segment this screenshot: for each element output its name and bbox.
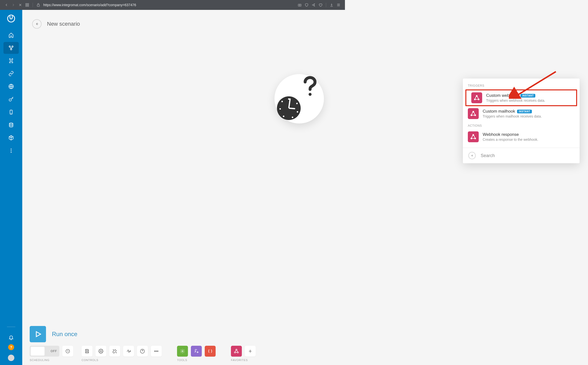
svg-rect-0 xyxy=(26,3,27,5)
header: New scenario xyxy=(22,10,345,38)
divider xyxy=(33,3,33,7)
nav-back-icon[interactable] xyxy=(3,1,10,8)
nav-more[interactable] xyxy=(3,145,19,157)
schedule-clock-icon xyxy=(277,96,301,120)
nav-data-stores[interactable] xyxy=(3,119,19,131)
apps-icon[interactable] xyxy=(24,1,31,8)
nav-forward-icon[interactable] xyxy=(10,1,17,8)
svg-point-15 xyxy=(11,149,12,150)
nav-webhooks[interactable] xyxy=(3,81,19,92)
nav-home[interactable] xyxy=(3,29,19,41)
lock-icon xyxy=(35,1,42,8)
svg-rect-1 xyxy=(27,3,29,5)
divider xyxy=(326,3,326,7)
stop-icon[interactable] xyxy=(17,1,24,8)
camera-icon[interactable] xyxy=(296,1,303,8)
url-text[interactable]: https://www.integromat.com/scenario/add?… xyxy=(43,3,296,7)
app-logo[interactable] xyxy=(6,14,16,23)
svg-point-16 xyxy=(11,150,12,151)
svg-point-17 xyxy=(11,152,12,153)
svg-rect-5 xyxy=(298,4,301,6)
page-title[interactable]: New scenario xyxy=(47,21,80,27)
svg-point-18 xyxy=(309,93,312,96)
nav-connections[interactable] xyxy=(3,68,19,80)
addressbar: https://www.integromat.com/scenario/add?… xyxy=(0,0,345,10)
scenario-canvas[interactable]: TRIGGERS Custom webhookINSTANT Triggers … xyxy=(22,40,345,214)
back-button[interactable] xyxy=(32,19,42,29)
download-icon[interactable] xyxy=(328,1,335,8)
svg-point-6 xyxy=(299,5,300,6)
nav-data-structures[interactable] xyxy=(3,132,19,144)
main: New scenario TRI xyxy=(22,10,345,214)
shield-icon[interactable] xyxy=(303,1,310,8)
svg-rect-2 xyxy=(26,5,27,6)
settings-panel-icon[interactable] xyxy=(335,1,342,8)
svg-point-14 xyxy=(9,123,13,124)
nav-keys[interactable] xyxy=(3,93,19,105)
empty-module-node[interactable] xyxy=(274,74,324,123)
nav-devices[interactable] xyxy=(3,106,19,118)
nav-templates[interactable] xyxy=(3,55,19,67)
svg-rect-3 xyxy=(27,5,29,6)
send-icon[interactable] xyxy=(310,1,317,8)
question-mark-icon xyxy=(302,76,318,97)
heart-icon[interactable] xyxy=(317,1,324,8)
nav-scenarios[interactable] xyxy=(3,42,19,54)
sidebar: ? xyxy=(0,10,22,214)
svg-rect-4 xyxy=(37,5,39,6)
